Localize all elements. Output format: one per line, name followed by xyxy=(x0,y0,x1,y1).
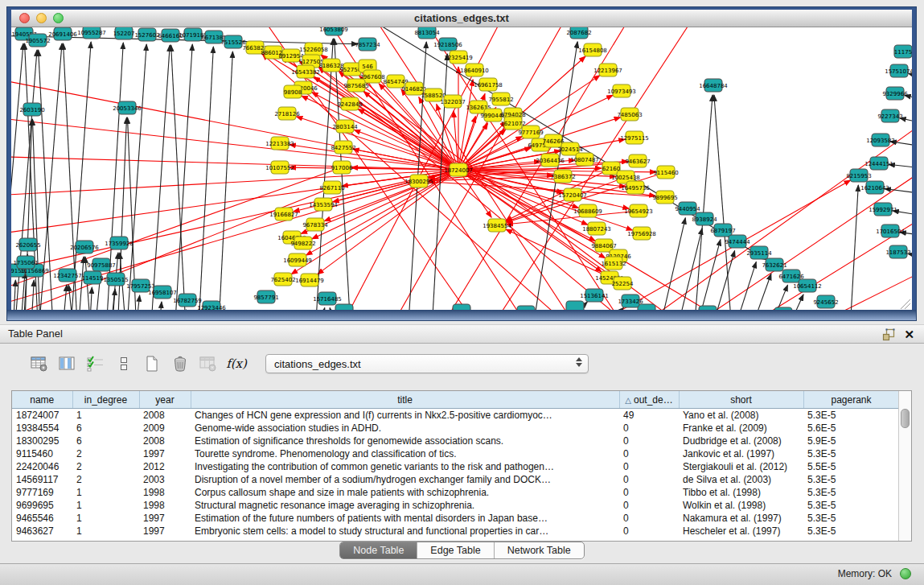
graph-node[interactable]: 9115460 xyxy=(653,166,678,179)
graph-node[interactable]: 20691406 xyxy=(48,27,77,40)
graph-edge[interactable] xyxy=(687,240,721,311)
graph-node[interactable]: 15136141 xyxy=(580,289,609,302)
graph-node[interactable]: 7955812 xyxy=(488,93,513,105)
graph-node[interactable]: 9245652 xyxy=(813,295,838,308)
graph-node[interactable]: 7632621 xyxy=(762,258,786,271)
table-row[interactable]: 946362711997Embryonic stem cells: a mode… xyxy=(12,525,899,538)
table-cell[interactable]: 1998 xyxy=(139,499,191,512)
table-cell[interactable]: 5.3E-5 xyxy=(803,473,899,486)
graph-node[interactable]: 8215953 xyxy=(846,169,871,182)
graph-edge[interactable] xyxy=(216,51,232,311)
graph-edge[interactable] xyxy=(312,93,458,170)
graph-edge[interactable] xyxy=(11,156,458,170)
graph-node[interactable]: 15751074 xyxy=(885,64,912,77)
graph-node[interactable]: 9329966 xyxy=(882,87,908,100)
graph-edge[interactable] xyxy=(909,73,912,84)
table-cell[interactable]: Hescheler et al. (1997) xyxy=(679,525,803,538)
table-cell[interactable]: 1997 xyxy=(139,447,191,460)
table-cell[interactable]: Structural magnetic resonance image aver… xyxy=(191,499,619,512)
table-cell[interactable]: 2009 xyxy=(139,422,191,435)
table-cell[interactable]: 22420046 xyxy=(12,460,72,473)
float-panel-icon[interactable] xyxy=(882,328,895,341)
table-cell[interactable]: Dudbridge et al. (2008) xyxy=(679,435,803,447)
table-cell[interactable]: Disruption of a novel member of a sodium… xyxy=(191,473,619,486)
table-cell[interactable]: 0 xyxy=(619,447,679,460)
table-cell[interactable]: Investigating the contribution of common… xyxy=(191,460,619,473)
table-cell[interactable]: Embryonic stem cells: a model to study s… xyxy=(191,525,619,538)
row-height-icon[interactable] xyxy=(113,353,134,374)
table-cell[interactable]: 0 xyxy=(619,460,679,473)
graph-node[interactable]: 152207 xyxy=(113,27,135,39)
column-header-year[interactable]: year xyxy=(139,391,191,409)
table-cell[interactable]: 5.3E-5 xyxy=(803,447,899,460)
graph-node[interactable]: 12093582 xyxy=(866,134,895,146)
table-cell[interactable]: Tibbo et al. (1998) xyxy=(679,486,803,499)
graph-node[interactable]: 16914479 xyxy=(295,274,324,286)
close-panel-icon[interactable]: ✕ xyxy=(904,326,914,344)
table-row[interactable]: 977716911998Corpus callosum shape and si… xyxy=(12,486,899,499)
table-settings-icon[interactable] xyxy=(29,353,50,374)
graph-node[interactable]: 7386372 xyxy=(550,170,575,183)
table-cell[interactable]: 2008 xyxy=(139,435,191,447)
table-cell[interactable]: Estimation of significance thresholds fo… xyxy=(191,435,619,447)
function-builder-icon[interactable]: f(x) xyxy=(226,353,247,374)
graph-edge[interactable] xyxy=(714,95,735,311)
graph-node[interactable]: 12975115 xyxy=(620,131,649,144)
graph-node[interactable]: 2935114 xyxy=(746,246,772,259)
table-cell[interactable]: 5.9E-5 xyxy=(803,435,899,447)
graph-node[interactable]: 9463627 xyxy=(625,154,650,167)
graph-node[interactable]: 1322037 xyxy=(440,95,465,108)
table-cell[interactable]: 5.3E-5 xyxy=(803,486,899,499)
table-cell[interactable]: 6 xyxy=(72,435,139,447)
tab-node-table[interactable]: Node Table xyxy=(340,542,417,558)
table-cell[interactable]: 6 xyxy=(72,422,139,435)
table-cell[interactable]: 1 xyxy=(72,525,139,538)
table-cell[interactable]: 2 xyxy=(72,460,139,473)
table-cell[interactable]: Jankovic et al. (1997) xyxy=(679,447,803,460)
graph-edge[interactable] xyxy=(622,156,912,311)
table-cell[interactable]: 49 xyxy=(619,409,679,422)
column-header-in_degree[interactable]: in_degree xyxy=(72,391,139,409)
new-column-icon[interactable] xyxy=(142,353,162,374)
column-header-name[interactable]: name xyxy=(12,391,72,409)
graph-node[interactable]: 20206576 xyxy=(70,241,99,253)
graph-node[interactable]: 11175 xyxy=(894,45,912,58)
table-cell[interactable]: 0 xyxy=(619,499,679,512)
table-row[interactable]: 1830029562008Estimation of significance … xyxy=(12,435,899,447)
table-row[interactable]: 1938455462009Genome-wide association stu… xyxy=(12,422,899,435)
table-cell[interactable]: Estimation of the future numbers of pati… xyxy=(191,512,619,525)
graph-node[interactable]: 15992971 xyxy=(869,203,897,216)
table-cell[interactable]: 1 xyxy=(72,512,139,525)
graph-node[interactable]: 16648784 xyxy=(699,79,728,92)
graph-node[interactable]: 16154808 xyxy=(578,43,607,56)
table-cell[interactable]: Franke et al. (2009) xyxy=(679,422,803,435)
table-cell[interactable]: 9699695 xyxy=(12,499,72,512)
table-cell[interactable]: 2012 xyxy=(139,460,191,473)
table-selector-dropdown[interactable]: citations_edges.txt xyxy=(265,354,589,373)
graph-node[interactable]: 9678334 xyxy=(302,218,328,231)
graph-node[interactable]: 9227343 xyxy=(877,109,902,122)
graph-node[interactable]: 17016504 xyxy=(876,225,905,237)
graph-edge[interactable] xyxy=(171,45,188,311)
graph-node[interactable]: 14353594 xyxy=(309,198,338,211)
graph-node[interactable]: 98908 xyxy=(284,85,302,98)
graph-node[interactable]: 20053346 xyxy=(113,101,142,114)
table-cell[interactable]: Genome-wide association studies in ADHD. xyxy=(191,422,619,435)
table-cell[interactable]: 5.3E-5 xyxy=(803,525,899,538)
table-cell[interactable]: 18300295 xyxy=(12,435,72,447)
graph-node[interactable]: 90975887 xyxy=(87,258,116,271)
table-cell[interactable]: 5.6E-5 xyxy=(803,422,899,435)
graph-node[interactable]: 16053809 xyxy=(319,27,348,35)
graph-node[interactable]: 8813054 xyxy=(414,27,440,39)
table-cell[interactable]: 2008 xyxy=(139,409,191,422)
memory-ok-icon[interactable] xyxy=(900,568,911,579)
table-cell[interactable]: 0 xyxy=(619,525,679,538)
table-cell[interactable]: 1 xyxy=(72,409,139,422)
graph-node[interactable]: 19756928 xyxy=(627,227,656,240)
table-row[interactable]: 911546021997Tourette syndrome. Phenomeno… xyxy=(12,447,899,460)
graph-edge[interactable] xyxy=(848,185,858,311)
graph-node[interactable]: 8267110 xyxy=(319,181,344,194)
graph-node[interactable]: 10955287 xyxy=(77,27,106,39)
column-header-out_de[interactable]: △out_de… xyxy=(619,391,679,409)
delete-table-icon[interactable] xyxy=(198,353,219,374)
